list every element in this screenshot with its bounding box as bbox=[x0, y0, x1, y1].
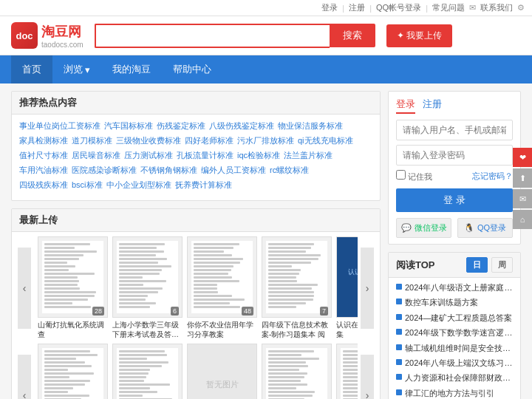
prev-arrow-2[interactable]: ‹ bbox=[18, 355, 31, 400]
side-icons: ❤ ⬆ ✉ ⌂ bbox=[513, 148, 532, 229]
latest-upload-title: 最新上传 bbox=[12, 209, 380, 232]
hot-tag[interactable]: 压力测试标准 bbox=[124, 150, 173, 161]
hot-tag[interactable]: 孔板流量计标准 bbox=[177, 150, 233, 161]
wechat-login-button[interactable]: 💬 微信登录 bbox=[396, 218, 451, 238]
service-icon: ⚙ bbox=[517, 3, 525, 13]
contact-link[interactable]: 联系我们 bbox=[480, 2, 513, 13]
nav-my-taodou[interactable]: 我的淘豆 bbox=[101, 55, 162, 83]
docs-grid-2: 9四年级上册除法迁移式练习题及答案5上海市2024届高汇化学二模试卷暂无图片12… bbox=[34, 344, 358, 399]
doc-item[interactable]: 28山葡灯抗氧化系统调查 bbox=[38, 236, 108, 339]
username-input[interactable] bbox=[396, 120, 513, 140]
reading-top-header: 阅读TOP 日 周 bbox=[389, 253, 520, 278]
hot-tag[interactable]: 三级物业收费标准 bbox=[116, 135, 181, 146]
reading-item[interactable]: 2024年八年级语文上册家庭作业本答案… bbox=[396, 282, 513, 293]
hot-tag[interactable]: 道刀模标准 bbox=[72, 135, 112, 146]
doc-thumbnail: 4 bbox=[262, 344, 332, 399]
doc-item[interactable]: 暂无图片12锁骨下腹腔经穿刺技术学习资料 bbox=[187, 344, 257, 399]
doc-item[interactable]: 认识在教学习方教4认识在教学习方教案集 bbox=[336, 236, 358, 339]
nav-browse[interactable]: 浏览 ▾ bbox=[52, 55, 101, 83]
doc-title: 你你不农业信用年学习分享教案 bbox=[187, 320, 257, 339]
tag-row-4: 车用汽油标准医院感染诊断标准不锈钢角钢标准编外人员工资标准rc螺纹标准 bbox=[19, 165, 372, 176]
hot-tag[interactable]: 物业保洁服务标准 bbox=[278, 120, 343, 132]
next-arrow-2[interactable]: › bbox=[361, 355, 374, 400]
hot-tag[interactable]: rc螺纹标准 bbox=[270, 165, 309, 176]
doc-thumbnail: 7 bbox=[262, 236, 332, 318]
doc-page-count: 48 bbox=[242, 307, 253, 316]
hot-tag[interactable]: 居民噪音标准 bbox=[72, 150, 120, 161]
doc-item[interactable]: 7四年级下信息技术教案-制作习题集本 阅 bbox=[262, 236, 332, 339]
doc-item[interactable]: 4上海市学水平考试 bbox=[336, 344, 358, 399]
doc-title: 山葡灯抗氧化系统调查 bbox=[38, 320, 108, 339]
forgot-link[interactable]: 忘记密码？ bbox=[472, 171, 513, 182]
hot-tag[interactable]: 伤残鉴定标准 bbox=[157, 120, 205, 132]
faq-link[interactable]: 常见问题 bbox=[432, 2, 465, 13]
next-arrow[interactable]: › bbox=[361, 248, 374, 329]
hot-tag[interactable]: 事业单位岗位工资标准 bbox=[19, 120, 100, 132]
hot-tag[interactable]: 不锈钢角钢标准 bbox=[140, 165, 197, 176]
logo-icon: doc bbox=[11, 22, 38, 49]
remember-checkbox[interactable] bbox=[396, 170, 406, 180]
search-input[interactable] bbox=[95, 24, 330, 48]
hot-tag[interactable]: 法兰盖片标准 bbox=[284, 150, 332, 161]
tab-week[interactable]: 周 bbox=[491, 257, 513, 273]
docs-row-2: ‹ 9四年级上册除法迁移式练习题及答案5上海市2024届高汇化学二模试卷暂无图片… bbox=[18, 344, 374, 399]
password-input[interactable] bbox=[396, 145, 513, 166]
nav-help[interactable]: 帮助中心 bbox=[162, 55, 222, 83]
hot-tag[interactable]: 抚养费计算标准 bbox=[175, 180, 232, 191]
hot-tag[interactable]: 值衬尺寸标准 bbox=[19, 150, 68, 161]
hot-tag[interactable]: 汽车国标标准 bbox=[104, 120, 153, 132]
login-submit-button[interactable]: 登 录 bbox=[396, 188, 513, 212]
reading-item-text: 数控车床训练题方案 bbox=[405, 297, 478, 308]
doc-item[interactable]: 48你你不农业信用年学习分享教案 bbox=[187, 236, 257, 339]
hot-tag[interactable]: bsci标准 bbox=[72, 180, 103, 191]
hot-tag[interactable]: 中小企业划型标准 bbox=[106, 180, 171, 191]
hot-tag[interactable]: 污水厂排放标准 bbox=[237, 135, 294, 146]
reading-item[interactable]: 2024年级下数学数学迷宫逻辑答表 bbox=[396, 327, 513, 338]
docs-row-1: ‹ 28山葡灯抗氧化系统调查6上海小学数学三年级下册末考试卷及答案明解48你你不… bbox=[18, 236, 374, 339]
hot-tag[interactable]: 医院感染诊断标准 bbox=[72, 165, 137, 176]
doc-item[interactable]: 6上海小学数学三年级下册末考试卷及答案明解 bbox=[112, 236, 183, 339]
side-icon-2[interactable]: ⬆ bbox=[513, 168, 532, 188]
search-button[interactable]: 搜索 bbox=[330, 24, 375, 47]
wechat-icon: 💬 bbox=[401, 223, 412, 233]
reading-icon bbox=[396, 329, 402, 335]
reading-item[interactable]: 律工汇的地方方法与引引 bbox=[396, 388, 513, 399]
doc-item[interactable]: 9四年级上册除法迁移式练习题及答案 bbox=[38, 344, 108, 399]
search-box: 搜索 bbox=[95, 24, 375, 48]
tag-row-5: 四级残疾标准bsci标准中小企业划型标准抚养费计算标准 bbox=[19, 180, 372, 191]
hot-tag[interactable]: 四级残疾标准 bbox=[19, 180, 68, 191]
qq-login-link[interactable]: QQ帐号登录 bbox=[376, 2, 421, 13]
nav-home[interactable]: 首页 bbox=[11, 55, 52, 83]
login-link[interactable]: 登录 bbox=[321, 2, 338, 13]
doc-item[interactable]: 5上海市2024届高汇化学二模试卷 bbox=[112, 344, 183, 399]
doc-page-count: 7 bbox=[320, 307, 328, 316]
hot-tag[interactable]: iqc检验标准 bbox=[237, 150, 280, 161]
qq-login-button[interactable]: 🐧 QQ登录 bbox=[457, 218, 513, 238]
hot-tag[interactable]: 家具检测标准 bbox=[19, 135, 68, 146]
register-link[interactable]: 注册 bbox=[349, 2, 365, 13]
reading-item[interactable]: 数控车床训练题方案 bbox=[396, 297, 513, 308]
tab-day[interactable]: 日 bbox=[466, 257, 488, 273]
reading-item[interactable]: 2024—建矿大工程质题总答案 bbox=[396, 313, 513, 324]
tab-register[interactable]: 注册 bbox=[423, 98, 442, 114]
doc-item[interactable]: 4上海市考研心理学复习资料人格心理学班设备 bbox=[262, 344, 332, 399]
side-icon-1[interactable]: ❤ bbox=[513, 148, 532, 167]
reading-item[interactable]: 2024年八年级上端汉文练习册答案 bbox=[396, 358, 513, 369]
reading-icon bbox=[396, 314, 402, 320]
hot-tag[interactable]: 八级伤残鉴定标准 bbox=[209, 120, 274, 132]
doc-page-count: 6 bbox=[171, 307, 179, 316]
tab-login[interactable]: 登录 bbox=[396, 98, 415, 114]
upload-button[interactable]: ✦ 我要上传 bbox=[386, 24, 452, 47]
hot-tag[interactable]: 编外人员工资标准 bbox=[201, 165, 266, 176]
side-icon-home[interactable]: ⌂ bbox=[513, 210, 532, 229]
prev-arrow[interactable]: ‹ bbox=[18, 248, 31, 329]
reading-item[interactable]: 轴工域机组维时间是安全技术规台（XX）… bbox=[396, 343, 513, 354]
hot-tag[interactable]: 车用汽油标准 bbox=[19, 165, 68, 176]
logo[interactable]: doc 淘豆网 taodocs.com bbox=[11, 22, 83, 49]
hot-tag[interactable]: qi无线充电标准 bbox=[298, 135, 353, 146]
reading-item[interactable]: 人力资源和社会保障部财政部关于调整… bbox=[396, 372, 513, 383]
side-icon-mail[interactable]: ✉ bbox=[513, 189, 532, 208]
reading-icon bbox=[396, 374, 402, 380]
hot-tag[interactable]: 四好老师标准 bbox=[185, 135, 233, 146]
doc-thumbnail: 暂无图片12 bbox=[187, 344, 257, 399]
